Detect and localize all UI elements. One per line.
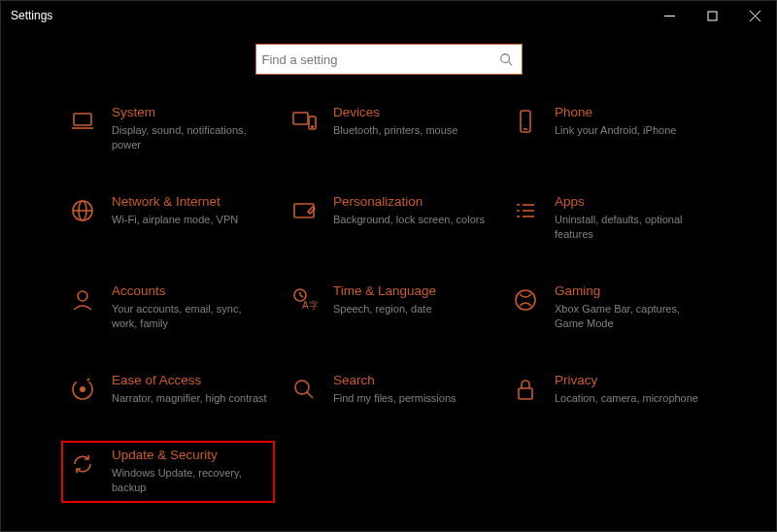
window-title: Settings bbox=[11, 9, 52, 22]
settings-item-personalization[interactable]: Personalization Background, lock screen,… bbox=[283, 187, 496, 249]
settings-item-privacy[interactable]: Privacy Location, camera, microphone bbox=[504, 366, 718, 414]
item-label: Privacy bbox=[555, 373, 710, 388]
settings-grid: System Display, sound, notifications, po… bbox=[61, 98, 745, 503]
svg-point-23 bbox=[78, 291, 87, 301]
svg-line-32 bbox=[307, 392, 313, 398]
svg-rect-1 bbox=[708, 12, 717, 20]
maximize-button[interactable] bbox=[691, 1, 733, 30]
item-desc: Windows Update, recovery, backup bbox=[112, 466, 267, 495]
item-label: Update & Security bbox=[112, 448, 267, 463]
svg-rect-8 bbox=[293, 113, 308, 124]
item-desc: Link your Android, iPhone bbox=[555, 123, 710, 138]
titlebar: Settings bbox=[1, 1, 776, 30]
item-label: Accounts bbox=[112, 283, 267, 299]
item-label: Apps bbox=[555, 194, 710, 210]
svg-point-28 bbox=[516, 290, 535, 310]
item-desc: Your accounts, email, sync, work, family bbox=[112, 302, 267, 331]
item-desc: Speech, region, date bbox=[333, 302, 489, 316]
svg-point-10 bbox=[312, 126, 314, 128]
svg-rect-16 bbox=[294, 204, 314, 217]
item-label: Ease of Access bbox=[112, 373, 267, 388]
settings-item-phone[interactable]: Phone Link your Android, iPhone bbox=[504, 98, 718, 160]
item-desc: Bluetooth, printers, mouse bbox=[333, 123, 489, 138]
person-icon bbox=[67, 284, 98, 316]
settings-item-network[interactable]: Network & Internet Wi-Fi, airplane mode,… bbox=[61, 187, 275, 249]
time-language-icon: A字 bbox=[288, 284, 320, 316]
item-desc: Uninstall, defaults, optional features bbox=[555, 213, 710, 242]
magnifier-icon bbox=[288, 374, 320, 405]
maximize-icon bbox=[707, 11, 718, 21]
search-icon bbox=[494, 52, 518, 66]
settings-item-search[interactable]: Search Find my files, permissions bbox=[283, 366, 496, 414]
item-label: Phone bbox=[555, 105, 710, 120]
paint-icon bbox=[288, 195, 320, 226]
settings-item-time-language[interactable]: A字 Time & Language Speech, region, date bbox=[283, 277, 496, 339]
close-icon bbox=[750, 11, 760, 21]
search-box[interactable] bbox=[255, 44, 523, 75]
svg-point-4 bbox=[500, 54, 509, 63]
lock-icon bbox=[510, 374, 541, 405]
settings-item-ease-of-access[interactable]: Ease of Access Narrator, magnifier, high… bbox=[61, 366, 275, 414]
svg-rect-6 bbox=[74, 114, 91, 125]
item-label: Network & Internet bbox=[112, 194, 267, 210]
item-desc: Narrator, magnifier, high contrast bbox=[112, 391, 267, 406]
minimize-icon bbox=[664, 11, 675, 21]
item-desc: Find my files, permissions bbox=[333, 391, 489, 406]
item-desc: Background, lock screen, colors bbox=[333, 213, 489, 227]
search-row bbox=[1, 30, 776, 81]
item-label: Time & Language bbox=[333, 283, 489, 299]
settings-content: System Display, sound, notifications, po… bbox=[1, 81, 776, 531]
search-input[interactable] bbox=[262, 52, 494, 67]
settings-item-apps[interactable]: Apps Uninstall, defaults, optional featu… bbox=[504, 187, 718, 249]
svg-rect-33 bbox=[519, 388, 532, 399]
settings-item-gaming[interactable]: Gaming Xbox Game Bar, captures, Game Mod… bbox=[504, 277, 718, 339]
item-desc: Display, sound, notifications, power bbox=[112, 123, 267, 152]
item-label: System bbox=[112, 105, 267, 120]
minimize-button[interactable] bbox=[648, 1, 691, 30]
item-label: Search bbox=[333, 373, 489, 388]
svg-point-30 bbox=[80, 386, 85, 392]
item-desc: Location, camera, microphone bbox=[555, 391, 710, 406]
apps-list-icon bbox=[510, 195, 541, 226]
ease-of-access-icon bbox=[67, 374, 98, 405]
close-button[interactable] bbox=[733, 1, 776, 30]
svg-text:A字: A字 bbox=[302, 300, 318, 311]
sync-icon bbox=[67, 449, 98, 480]
item-desc: Wi-Fi, airplane mode, VPN bbox=[112, 213, 267, 227]
item-label: Personalization bbox=[333, 194, 489, 210]
settings-item-devices[interactable]: Devices Bluetooth, printers, mouse bbox=[283, 98, 496, 160]
devices-icon bbox=[288, 106, 320, 137]
settings-item-accounts[interactable]: Accounts Your accounts, email, sync, wor… bbox=[61, 277, 275, 339]
window-controls bbox=[648, 1, 776, 30]
item-desc: Xbox Game Bar, captures, Game Mode bbox=[555, 302, 710, 331]
svg-line-26 bbox=[300, 295, 303, 297]
item-label: Devices bbox=[333, 105, 489, 120]
svg-line-5 bbox=[508, 62, 512, 66]
globe-icon bbox=[67, 195, 98, 226]
xbox-icon bbox=[510, 284, 541, 316]
phone-icon bbox=[510, 106, 541, 137]
svg-point-31 bbox=[295, 381, 309, 394]
settings-item-update-security[interactable]: Update & Security Windows Update, recove… bbox=[61, 441, 275, 503]
laptop-icon bbox=[67, 106, 98, 137]
item-label: Gaming bbox=[555, 283, 710, 299]
settings-item-system[interactable]: System Display, sound, notifications, po… bbox=[61, 98, 275, 160]
